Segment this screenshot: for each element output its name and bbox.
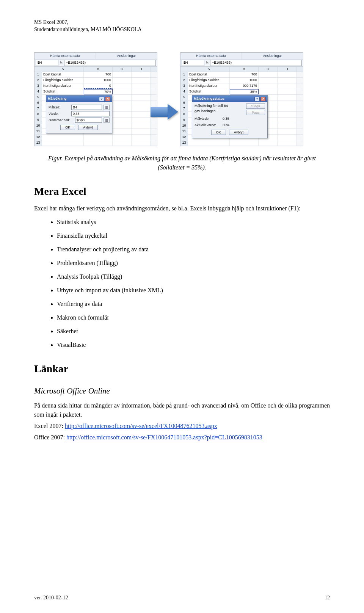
cell[interactable] [113,78,132,83]
cell[interactable] [113,140,132,146]
row-header[interactable]: 4 [180,89,188,94]
row-header[interactable]: 12 [180,135,188,140]
cell-b4-selected[interactable]: 35% [230,89,259,94]
row-header[interactable]: 4 [35,89,42,94]
value-input[interactable]: 0,35 [71,111,110,116]
cell[interactable] [259,89,278,94]
cell[interactable] [132,83,151,89]
row-header[interactable]: 3 [35,83,42,89]
col-header-d[interactable]: D [278,67,297,72]
col-header-b[interactable]: B [84,67,113,72]
cell[interactable] [132,78,151,83]
cell[interactable] [259,78,278,83]
cancel-button[interactable]: Avbryt [78,125,97,130]
cell[interactable]: Eget kapital [188,72,230,77]
col-header-a[interactable]: A [188,67,230,72]
cancel-button[interactable]: Avbryt [229,130,248,135]
cell[interactable] [259,72,278,77]
cell[interactable] [132,123,151,129]
row-header[interactable]: 13 [180,140,188,146]
row-header[interactable]: 7 [180,106,188,111]
help-icon[interactable]: ? [254,97,260,101]
formula-bar[interactable]: =B1/(B2+B3) [64,60,156,66]
row-header[interactable]: 10 [35,123,42,129]
cell[interactable]: 1000 [230,78,259,83]
select-all-corner[interactable] [180,67,188,72]
cell[interactable]: Kortfristiga skulder [188,83,230,89]
range-picker-icon[interactable]: ▦ [104,105,110,110]
row-header[interactable]: 9 [180,118,188,123]
cell[interactable]: 999,7179 [230,83,259,89]
ok-button[interactable]: OK [211,130,226,135]
fx-icon[interactable]: fx [206,60,209,66]
cell[interactable] [132,72,151,77]
row-header[interactable]: 2 [35,78,42,83]
cell[interactable]: Eget kapital [42,72,84,77]
cell[interactable]: Soliditet [188,89,230,94]
ribbon-group-connections[interactable]: Anslutningar [242,53,303,60]
row-header[interactable]: 9 [35,118,42,123]
cell[interactable] [113,123,132,129]
close-icon[interactable]: ✕ [260,97,266,101]
range-picker-icon[interactable]: ▦ [104,118,110,123]
pause-button[interactable]: Paus [246,110,265,115]
row-header[interactable]: 6 [35,100,42,106]
name-box[interactable]: B4 [36,60,58,66]
changing-cell-input[interactable]: $B$3 [75,118,102,123]
excel-2007-link[interactable]: http://office.microsoft.com/sv-se/excel/… [65,423,217,429]
cell[interactable] [84,140,113,146]
cell[interactable]: Soliditet [42,89,84,94]
cell[interactable] [132,118,151,123]
cell[interactable] [132,140,151,146]
row-header[interactable]: 8 [180,112,188,117]
cell[interactable] [278,140,297,146]
name-box[interactable]: B4 [182,60,204,66]
cell[interactable] [132,95,151,100]
col-header-a[interactable]: A [42,67,84,72]
cell[interactable] [278,89,297,94]
row-header[interactable]: 11 [35,129,42,134]
cell[interactable] [259,140,278,146]
row-header[interactable]: 10 [180,123,188,129]
row-header[interactable]: 3 [180,83,188,89]
cell[interactable] [278,112,297,117]
close-icon[interactable]: ✕ [105,97,110,101]
cell-b4-selected[interactable]: 70% [84,89,113,94]
col-header-c[interactable]: C [113,67,132,72]
select-all-corner[interactable] [35,67,42,72]
cell[interactable] [278,72,297,77]
ribbon-group-external-data[interactable]: Hämta externa data [35,53,96,60]
row-header[interactable]: 1 [180,72,188,77]
row-header[interactable]: 12 [35,135,42,140]
cell[interactable] [132,129,151,134]
cell[interactable] [84,135,113,140]
cell[interactable] [132,100,151,106]
goal-cell-input[interactable]: B4 [71,105,102,110]
office-2007-link[interactable]: http://office.microsoft.com/sv-se/FX1006… [66,434,262,441]
cell[interactable]: 1000 [84,78,113,83]
help-icon[interactable]: ? [99,97,104,101]
cell[interactable] [113,100,132,106]
fx-icon[interactable]: fx [60,60,63,66]
row-header[interactable]: 2 [180,78,188,83]
row-header[interactable]: 1 [35,72,42,77]
cell[interactable] [113,129,132,134]
cell[interactable]: Långfristiga skulder [42,78,84,83]
step-button[interactable]: Stega [246,103,265,109]
row-header[interactable]: 5 [180,95,188,100]
col-header-c[interactable]: C [259,67,278,72]
cell[interactable] [278,83,297,89]
cell[interactable] [132,106,151,111]
row-header[interactable]: 8 [35,112,42,117]
cell[interactable] [259,83,278,89]
formula-bar[interactable]: =B1/(B2+B3) [210,60,302,66]
ribbon-group-external-data[interactable]: Hämta externa data [180,53,242,60]
cell[interactable] [278,123,297,129]
cell[interactable] [113,106,132,111]
cell[interactable] [113,72,132,77]
row-header[interactable]: 7 [35,106,42,111]
cell[interactable] [278,78,297,83]
cell[interactable] [278,100,297,106]
cell[interactable] [188,140,230,146]
cell[interactable] [113,135,132,140]
